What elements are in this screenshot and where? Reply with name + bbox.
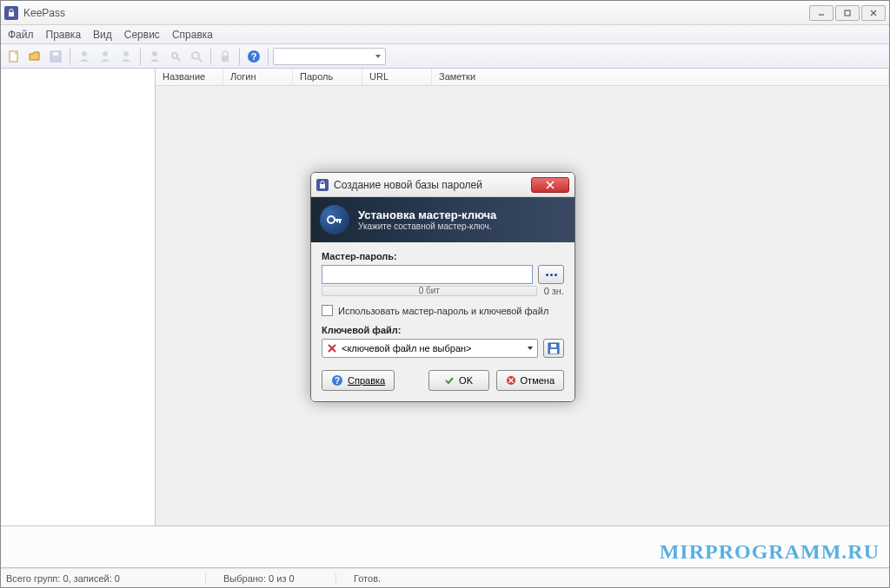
col-password[interactable]: Пароль <box>293 69 362 85</box>
toolbar-separator <box>239 48 240 65</box>
find-button[interactable] <box>187 47 206 66</box>
col-name[interactable]: Название <box>156 69 223 85</box>
svg-point-10 <box>123 51 129 56</box>
app-icon <box>4 6 18 20</box>
dialog-app-icon <box>316 179 329 191</box>
help-button[interactable]: ? Справка <box>322 370 395 391</box>
chevron-down-icon <box>527 343 534 353</box>
key-icon <box>320 205 349 235</box>
close-button[interactable] <box>861 5 886 21</box>
edit-entry-button[interactable] <box>96 47 115 66</box>
svg-rect-7 <box>53 52 58 56</box>
use-keyfile-checkbox[interactable] <box>322 305 333 316</box>
copy-user-button[interactable] <box>145 47 164 66</box>
svg-point-11 <box>152 51 157 56</box>
cancel-button[interactable]: Отмена <box>496 370 564 391</box>
svg-point-8 <box>82 51 87 56</box>
menu-view[interactable]: Вид <box>93 29 112 41</box>
status-groups: Всего групп: 0, записей: 0 <box>6 573 206 584</box>
menu-file[interactable]: Файл <box>8 29 34 41</box>
list-header: Название Логин Пароль URL Заметки <box>156 69 889 86</box>
save-keyfile-button[interactable] <box>543 339 564 358</box>
toolbar-separator <box>140 48 141 65</box>
svg-rect-29 <box>551 344 556 347</box>
delete-entry-button[interactable] <box>116 47 136 66</box>
ok-label: OK <box>459 375 473 386</box>
keyfile-combo[interactable]: <ключевой файл не выбран> <box>322 339 538 358</box>
cancel-icon <box>506 375 516 386</box>
menu-edit[interactable]: Правка <box>46 29 82 41</box>
help-icon: ? <box>331 374 343 386</box>
no-keyfile-icon <box>326 342 338 354</box>
help-label: Справка <box>348 375 385 386</box>
use-keyfile-label: Использовать мастер-пароль и ключевой фа… <box>338 306 548 316</box>
col-url[interactable]: URL <box>362 69 432 85</box>
create-db-dialog: Создание новой базы паролей Установка ма… <box>310 172 575 402</box>
svg-rect-0 <box>9 12 14 17</box>
search-combo[interactable] <box>273 48 386 65</box>
keyfile-text: <ключевой файл не выбран> <box>342 343 472 353</box>
titlebar: KeePass <box>1 1 889 25</box>
copy-password-button[interactable] <box>166 47 185 66</box>
col-login[interactable]: Логин <box>223 69 293 85</box>
lock-button[interactable] <box>216 47 235 66</box>
status-ready: Готов. <box>354 573 381 584</box>
tree-pane[interactable] <box>1 69 156 525</box>
menubar: Файл Правка Вид Сервис Справка <box>1 25 889 44</box>
keyfile-label: Ключевой файл: <box>322 325 564 335</box>
banner-subtitle: Укажите составной мастер-ключ. <box>358 221 496 231</box>
svg-line-13 <box>176 57 180 61</box>
menu-tools[interactable]: Сервис <box>124 29 160 41</box>
menu-help[interactable]: Справка <box>172 29 213 41</box>
svg-rect-19 <box>320 184 325 188</box>
password-chars: 0 зн. <box>544 286 564 296</box>
open-file-button[interactable] <box>25 47 44 66</box>
svg-rect-30 <box>550 349 557 353</box>
master-password-input[interactable] <box>322 265 533 284</box>
svg-rect-16 <box>222 56 229 62</box>
maximize-button[interactable] <box>835 5 860 21</box>
save-button[interactable] <box>46 47 65 66</box>
watermark: MIRPROGRAMM.RU <box>660 540 880 564</box>
statusbar: Всего групп: 0, записей: 0 Выбрано: 0 из… <box>1 568 889 587</box>
add-entry-button[interactable] <box>75 47 94 66</box>
password-strength-bar: 0 бит <box>322 286 537 296</box>
toolbar-separator <box>210 48 211 65</box>
window-title: KeePass <box>23 7 809 19</box>
svg-point-9 <box>103 51 108 56</box>
svg-text:?: ? <box>251 51 257 62</box>
dialog-body: Мастер-пароль: 0 бит 0 зн. Использовать … <box>311 242 575 401</box>
master-password-label: Мастер-пароль: <box>322 251 564 261</box>
help-button[interactable]: ? <box>244 47 263 66</box>
window-controls <box>809 5 886 21</box>
new-file-button[interactable] <box>4 47 23 66</box>
dialog-titlebar[interactable]: Создание новой базы паролей <box>311 173 575 197</box>
cancel-label: Отмена <box>521 375 555 386</box>
dialog-title: Создание новой базы паролей <box>334 179 531 191</box>
ok-button[interactable]: OK <box>428 370 489 391</box>
svg-rect-2 <box>845 10 850 16</box>
col-notes[interactable]: Заметки <box>432 69 889 85</box>
toolbar-separator <box>70 48 70 65</box>
toggle-password-button[interactable] <box>538 265 564 284</box>
check-icon <box>444 375 455 386</box>
minimize-button[interactable] <box>809 5 834 21</box>
dialog-banner: Установка мастер-ключа Укажите составной… <box>311 197 575 242</box>
toolbar-separator <box>268 48 269 65</box>
svg-point-14 <box>192 52 199 59</box>
password-bits: 0 бит <box>322 286 536 295</box>
dialog-close-button[interactable] <box>531 177 569 193</box>
svg-line-15 <box>198 58 202 62</box>
status-selected: Выбрано: 0 из 0 <box>223 573 336 584</box>
svg-point-22 <box>328 216 335 223</box>
toolbar: ? <box>1 44 889 69</box>
banner-title: Установка мастер-ключа <box>358 208 496 221</box>
svg-text:?: ? <box>335 376 340 386</box>
